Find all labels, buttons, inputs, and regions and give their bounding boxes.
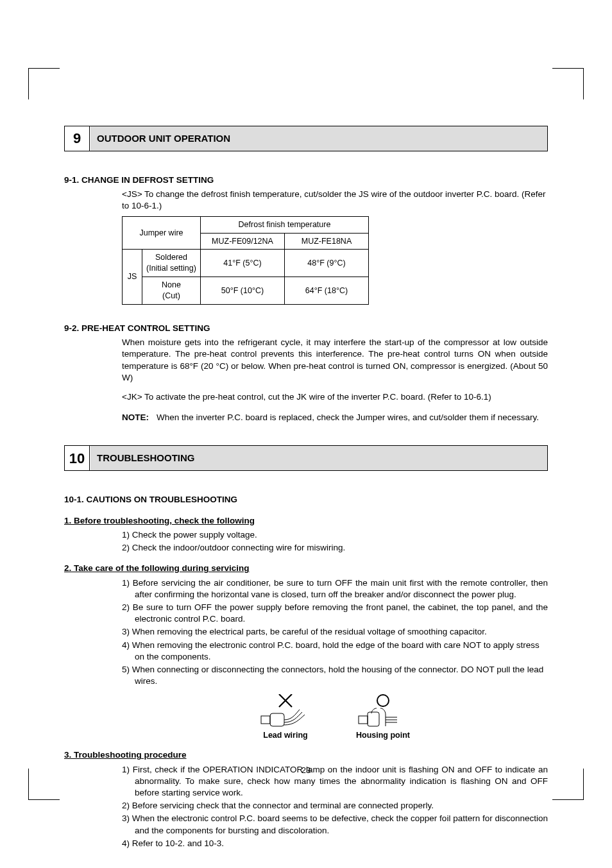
list-item: 4) When removing the electronic control … <box>122 640 548 663</box>
jk-line: <JK> To activate the pre-heat control, c… <box>122 391 548 403</box>
td-r2c: 64°F (18°C) <box>285 277 369 305</box>
th-model-a: MUZ-FE09/12NA <box>201 233 285 250</box>
defrost-table: Jumper wire Defrost finish temperature M… <box>122 216 369 305</box>
list-item: 2) Be sure to turn OFF the power supply … <box>122 602 548 625</box>
list-item: 3) When the electronic control P.C. boar… <box>122 813 548 836</box>
list-item: 1) Check the power supply voltage. <box>122 529 548 541</box>
td-r1b: 41°F (5°C) <box>201 250 285 277</box>
svg-rect-2 <box>261 716 270 724</box>
svg-rect-5 <box>359 716 368 724</box>
note-row: NOTE: When the inverter P.C. board is re… <box>122 412 548 423</box>
svg-point-4 <box>377 695 389 706</box>
heading-before: 1. Before troubleshooting, check the fol… <box>64 515 548 527</box>
cross-icon <box>260 694 311 728</box>
heading-caution: 2. Take care of the following during ser… <box>64 563 548 574</box>
svg-rect-3 <box>270 713 284 726</box>
list-item: 3) When removing the electrical parts, b… <box>122 626 548 638</box>
figure-bad: Lead wiring <box>260 694 311 741</box>
td-none: None (Cut) <box>142 277 201 305</box>
td-js: JS <box>123 250 142 305</box>
note-text: When the inverter P.C. board is replaced… <box>157 412 548 423</box>
figure-row: Lead wiring Housing point <box>122 694 548 741</box>
page-number: 23 <box>0 765 612 776</box>
preheat-paragraph: When moisture gets into the refrigerant … <box>122 337 548 384</box>
circle-icon <box>357 694 409 728</box>
heading-procedure: 3. Troubleshooting procedure <box>64 749 548 761</box>
th-defrost: Defrost finish temperature <box>201 216 369 233</box>
section-number: 9 <box>65 126 90 151</box>
td-r1c: 48°F (9°C) <box>285 250 369 277</box>
list-item: 2) Check the indoor/outdoor connecting w… <box>122 542 548 554</box>
figure-caption: Housing point <box>356 730 410 741</box>
subheading-preheat: 9-2. PRE-HEAT CONTROL SETTING <box>64 323 548 334</box>
section-header-9: 9 OUTDOOR UNIT OPERATION <box>64 126 548 151</box>
list-item: 1) Before servicing the air conditioner,… <box>122 577 548 600</box>
section-header-10: 10 TROUBLESHOOTING <box>64 445 548 471</box>
list-item: 4) Refer to 10-2. and 10-3. <box>122 838 548 849</box>
section-number: 10 <box>65 446 90 470</box>
list-item: 5) When connecting or disconnecting the … <box>122 664 548 687</box>
crop-mark <box>28 68 60 99</box>
svg-rect-6 <box>368 712 379 726</box>
crop-mark <box>552 68 584 99</box>
section-title: OUTDOOR UNIT OPERATION <box>90 126 547 151</box>
subheading-cautions: 10-1. CAUTIONS ON TROUBLESHOOTING <box>64 494 548 506</box>
td-soldered: Soldered (Initial setting) <box>142 250 201 277</box>
th-jumper: Jumper wire <box>123 216 201 250</box>
note-label: NOTE: <box>122 412 157 423</box>
figure-good: Housing point <box>356 694 410 741</box>
th-model-b: MUZ-FE18NA <box>285 233 369 250</box>
defrost-intro: <JS> To change the defrost finish temper… <box>122 189 548 212</box>
subheading-defrost: 9-1. CHANGE IN DEFROST SETTING <box>64 174 548 186</box>
section-title: TROUBLESHOOTING <box>90 446 547 470</box>
td-r2b: 50°F (10°C) <box>201 277 285 305</box>
figure-caption: Lead wiring <box>260 730 311 741</box>
list-item: 2) Before servicing check that the conne… <box>122 800 548 812</box>
